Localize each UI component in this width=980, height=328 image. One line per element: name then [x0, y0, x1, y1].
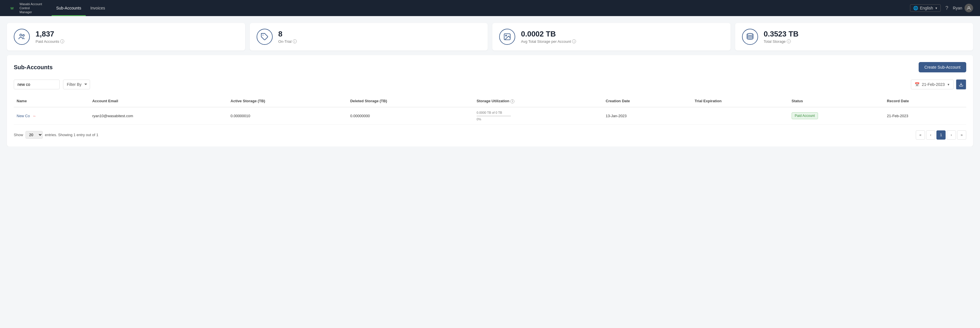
stat-content-paid: 1,837 Paid Accounts i	[35, 30, 64, 44]
svg-point-2	[968, 6, 970, 8]
total-storage-label: Total Storage i	[764, 39, 799, 44]
user-avatar	[964, 4, 973, 12]
wasabi-logo-icon: W	[7, 3, 17, 13]
calendar-icon: 📅	[915, 82, 920, 87]
filters-row: Filter By 📅 21-Feb-2023 ▼	[14, 79, 966, 90]
col-deleted-storage: Deleted Storage (TB)	[347, 95, 474, 107]
language-selector[interactable]: 🌐 English ▼	[910, 4, 941, 12]
globe-icon: 🌐	[913, 6, 918, 10]
section-header: Sub-Accounts Create Sub-Account	[14, 62, 966, 72]
table-header-row: Name Account Email Active Storage (TB) D…	[14, 95, 966, 107]
svg-point-7	[506, 35, 507, 36]
cell-email: ryan10@wasabitest.com	[89, 107, 228, 125]
page-1-button[interactable]: 1	[936, 130, 946, 139]
date-picker[interactable]: 📅 21-Feb-2023 ▼	[911, 80, 954, 89]
language-label: English	[920, 6, 933, 10]
col-name: Name	[14, 95, 89, 107]
subaccounts-table: Name Account Email Active Storage (TB) D…	[14, 95, 966, 125]
header-right: 🌐 English ▼ ? Ryan	[910, 4, 973, 12]
cell-active-storage: 0.00000010	[228, 107, 347, 125]
total-storage-info-icon[interactable]: i	[787, 39, 791, 43]
cell-utilization: 0.0000 TB of 0 TB 0%	[474, 107, 603, 125]
last-page-button[interactable]: »	[957, 130, 966, 139]
svg-text:W: W	[10, 6, 14, 10]
section-title: Sub-Accounts	[14, 64, 53, 70]
nav-sub-accounts[interactable]: Sub-Accounts	[52, 0, 86, 16]
progress-bar-bg	[477, 115, 511, 117]
paid-accounts-value: 1,837	[35, 30, 64, 38]
stats-row: 1,837 Paid Accounts i 8 On-Trial i	[0, 16, 980, 55]
cell-name: New Co ←	[14, 107, 89, 125]
chevron-down-icon: ▼	[947, 83, 950, 86]
main-nav: Sub-Accounts Invoices	[52, 0, 901, 16]
cell-creation-date: 13-Jan-2023	[603, 107, 692, 125]
on-trial-icon-wrap	[257, 29, 273, 45]
cell-record-date: 21-Feb-2023	[884, 107, 966, 125]
arrow-icon: ←	[33, 114, 37, 118]
export-button[interactable]	[956, 79, 966, 90]
stat-card-avg-storage: 0.0002 TB Avg Total Storage per Account …	[492, 23, 730, 51]
main-content: Sub-Accounts Create Sub-Account Filter B…	[7, 55, 973, 147]
svg-point-3	[20, 34, 22, 36]
account-name-link[interactable]: New Co	[17, 114, 30, 118]
help-icon[interactable]: ?	[945, 5, 948, 11]
col-status: Status	[789, 95, 884, 107]
create-sub-account-button[interactable]: Create Sub-Account	[919, 62, 966, 72]
status-badge: Paid Account	[792, 112, 818, 119]
chevron-down-icon: ▼	[935, 6, 937, 10]
prev-page-button[interactable]: ‹	[926, 130, 935, 139]
user-menu[interactable]: Ryan	[953, 4, 973, 12]
nav-invoices[interactable]: Invoices	[86, 0, 110, 16]
tag-icon	[261, 33, 269, 41]
stat-content-trial: 8 On-Trial i	[278, 30, 297, 44]
pagination: « ‹ 1 › »	[916, 130, 966, 139]
stat-card-total-storage: 0.3523 TB Total Storage i	[735, 23, 974, 51]
avg-storage-icon-wrap	[499, 29, 515, 45]
paid-accounts-icon-wrap	[14, 29, 30, 45]
table-wrap: Name Account Email Active Storage (TB) D…	[14, 95, 966, 125]
col-active-storage: Active Storage (TB)	[228, 95, 347, 107]
utilization-wrap: 0.0000 TB of 0 TB 0%	[477, 111, 511, 121]
image-icon	[503, 33, 511, 41]
first-page-button[interactable]: «	[916, 130, 925, 139]
show-label: Show	[14, 133, 23, 137]
on-trial-info-icon[interactable]: i	[293, 39, 297, 43]
utilization-info-icon[interactable]: i	[511, 99, 514, 103]
entries-info: entries. Showing 1 entry out of 1	[45, 133, 99, 137]
next-page-button[interactable]: ›	[947, 130, 956, 139]
logo-text: Wasabi Account Control Manager	[19, 2, 43, 14]
col-email: Account Email	[89, 95, 228, 107]
total-storage-icon-wrap	[742, 29, 758, 45]
filter-by-select[interactable]: Filter By	[63, 80, 90, 89]
show-entries: Show 20 50 100 entries. Showing 1 entry …	[14, 131, 99, 139]
avg-storage-label: Avg Total Storage per Account i	[521, 39, 576, 44]
stat-content-avg: 0.0002 TB Avg Total Storage per Account …	[521, 30, 576, 44]
search-input[interactable]	[14, 80, 60, 89]
bottom-row: Show 20 50 100 entries. Showing 1 entry …	[14, 130, 966, 139]
avg-storage-info-icon[interactable]: i	[572, 39, 576, 43]
col-creation-date: Creation Date	[603, 95, 692, 107]
database-icon	[746, 33, 754, 41]
logo-area: W Wasabi Account Control Manager	[7, 2, 43, 14]
header: W Wasabi Account Control Manager Sub-Acc…	[0, 0, 980, 16]
date-value: 21-Feb-2023	[922, 82, 945, 87]
cell-status: Paid Account	[789, 107, 884, 125]
cell-deleted-storage: 0.00000000	[347, 107, 474, 125]
entries-select[interactable]: 20 50 100	[25, 131, 43, 139]
paid-accounts-info-icon[interactable]: i	[60, 39, 64, 43]
date-filter-area: 📅 21-Feb-2023 ▼	[911, 79, 966, 90]
user-name: Ryan	[953, 6, 962, 10]
cell-trial-expiration	[692, 107, 789, 125]
paid-accounts-label: Paid Accounts i	[35, 39, 64, 44]
svg-point-4	[23, 34, 24, 36]
stat-content-total: 0.3523 TB Total Storage i	[764, 30, 799, 44]
total-storage-value: 0.3523 TB	[764, 30, 799, 38]
stat-card-on-trial: 8 On-Trial i	[250, 23, 488, 51]
svg-point-8	[747, 33, 753, 35]
on-trial-value: 8	[278, 30, 297, 38]
stat-card-paid-accounts: 1,837 Paid Accounts i	[7, 23, 245, 51]
users-icon	[18, 33, 26, 41]
avg-storage-value: 0.0002 TB	[521, 30, 576, 38]
utilization-pct: 0%	[477, 117, 511, 121]
table-body: New Co ← ryan10@wasabitest.com 0.0000001…	[14, 107, 966, 125]
